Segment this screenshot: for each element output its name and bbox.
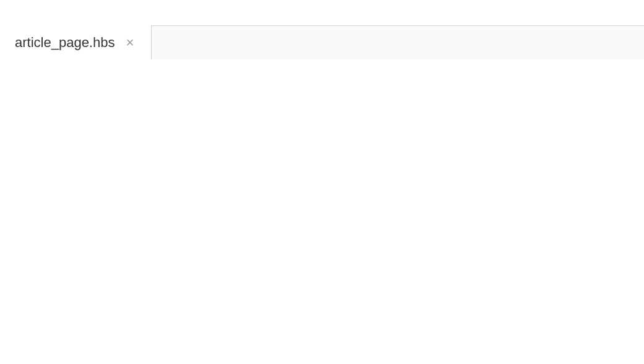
tab-filename: article_page.hbs: [15, 35, 115, 51]
tab-bar-empty: [151, 25, 644, 59]
close-icon[interactable]: ×: [126, 36, 134, 50]
tab-bar: article_page.hbs ×: [0, 0, 644, 59]
file-tab[interactable]: article_page.hbs ×: [0, 26, 151, 59]
